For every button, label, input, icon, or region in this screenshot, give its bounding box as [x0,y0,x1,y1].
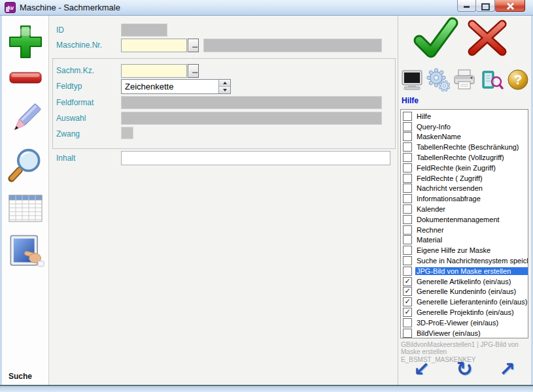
sachm-kz-field[interactable] [121,64,187,78]
help-list-item[interactable]: Nachricht versenden [401,184,528,194]
screen-button[interactable] [400,68,424,93]
spin-up-button[interactable] [219,80,230,86]
app-icon: Av [5,2,16,13]
delete-button[interactable] [7,69,44,86]
arrow-down-left-icon[interactable]: ↙ [413,358,430,380]
checkbox-icon[interactable] [403,225,412,235]
help-list-item[interactable]: TabellenRechte (Vollzugriff) [401,152,528,163]
field-label-zwang: Zwang [56,129,80,139]
checkbox-icon[interactable] [403,246,412,255]
maximize-icon [481,3,490,10]
field-label-sachm-kz: Sachm.Kz. [56,66,94,75]
table-icon [9,193,43,223]
minimize-button[interactable] [457,0,476,12]
checkbox-icon[interactable] [403,132,412,141]
help-list-item[interactable]: ✓Generelle Artikelinfo (ein/aus) [401,276,528,287]
help-list-item-label: Generelle Kundeninfo (ein/aus) [415,287,517,295]
checkbox-checked-icon[interactable]: ✓ [403,287,412,296]
help-list-item[interactable]: ✓Generelle Projektinfo (ein/aus) [401,307,528,318]
checkbox-icon[interactable] [403,215,412,224]
help-list-item[interactable]: TabellenRechte (Beschränkung) [401,142,528,152]
help-list-item-label: Dokumentenmanagement [415,216,501,223]
checkbox-checked-icon[interactable]: ✓ [403,277,412,286]
help-list-item-label: Rechner [415,226,445,234]
feldtyp-spinedit [121,79,231,94]
mask-search-button[interactable] [479,68,504,93]
help-list-item[interactable]: Informationsabfrage [401,193,528,204]
help-list-item[interactable]: ✓Generelle Lieferanteninfo (ein/aus) [401,297,528,307]
help-list-item[interactable]: Eigene Hilfe zur Maske [401,245,528,255]
maximize-button[interactable] [476,0,495,12]
settings-button[interactable] [426,68,450,93]
help-list-item-label: FeldRechte (kein Zugriff) [415,164,497,172]
ok-button[interactable] [411,17,460,61]
checkbox-icon[interactable] [403,204,412,214]
hilfe-header: Hilfe [402,96,419,105]
help-button[interactable]: ? [506,68,530,93]
help-list-item[interactable]: Rechner [401,225,528,235]
checkbox-checked-icon[interactable]: ✓ [403,297,412,306]
nav-arrows: ↙ ↻ ↗ [400,358,528,380]
maschine-name-field [203,39,382,52]
checkbox-icon[interactable] [403,122,412,131]
auswahl-field [121,112,382,125]
field-label-auswahl: Auswahl [56,114,86,123]
help-list-item[interactable]: Dokumentenmanagement [401,214,528,225]
checkbox-icon[interactable] [403,329,412,338]
help-list-item[interactable]: Kalender [401,204,528,214]
maschine-nr-browse-button[interactable]: ... [188,39,199,52]
help-list-item[interactable]: Hilfe [401,111,528,122]
field-label-feldformat: Feldformat [56,98,94,107]
help-list-item-label: Kalender [415,205,447,213]
refresh-icon[interactable]: ↻ [456,358,472,380]
search-button[interactable] [7,145,44,186]
id-field [121,24,167,37]
arrow-up-right-icon[interactable]: ↗ [499,358,515,380]
edit-button[interactable] [7,98,44,140]
help-list-item[interactable]: Material [401,235,528,246]
checkbox-icon[interactable] [403,235,412,244]
help-list-item-label: Suche in Nachrichtensystem speich [415,257,528,265]
help-list-item[interactable]: FeldRechte ( Zugriff) [401,173,528,184]
check-icon [411,17,460,59]
spin-down-button[interactable] [219,86,230,93]
help-list[interactable]: HilfeQuery-InfoMaskenNameTabellenRechte … [400,109,528,338]
maschine-nr-field[interactable] [121,39,187,52]
close-button[interactable] [495,0,525,12]
inhalt-field[interactable] [121,151,390,165]
help-list-item-label: Generelle Artikelinfo (ein/aus) [415,278,512,286]
select-screen-button[interactable] [7,231,44,273]
checkbox-icon[interactable] [403,267,412,276]
checkbox-icon[interactable] [403,184,412,193]
help-list-item[interactable]: MaskenName [401,132,528,142]
help-list-item[interactable]: FeldRechte (kein Zugriff) [401,163,528,173]
grid-button[interactable] [7,193,44,223]
help-list-item[interactable]: 3D-ProE-Viewer (ein/aus) [401,318,528,328]
checkbox-icon[interactable] [403,163,412,172]
checkbox-icon[interactable] [403,194,412,203]
checkbox-icon[interactable] [403,112,412,121]
add-button[interactable] [7,24,44,60]
checkbox-icon[interactable] [403,318,412,327]
help-list-item[interactable]: ✓Generelle Kundeninfo (ein/aus) [401,287,528,297]
print-button[interactable] [452,68,477,93]
checkbox-icon[interactable] [403,174,412,183]
feldtyp-input[interactable] [122,80,218,93]
titlebar: Av Maschine - Sachmerkmale [0,0,533,16]
checkbox-icon[interactable] [403,153,412,162]
help-list-item-label: TabellenRechte (Vollzugriff) [415,154,506,161]
help-list-item[interactable]: JPG-Bild von Maske erstellen [401,266,528,276]
left-toolbar: Suche [2,16,49,386]
help-list-item-label: JPG-Bild von Maske erstellen [415,267,528,275]
help-list-item-label: FeldRechte ( Zugriff) [415,174,484,182]
magnifier-icon [7,145,44,186]
sachm-kz-browse-button[interactable]: ... [188,64,199,78]
help-list-item-label: TabellenRechte (Beschränkung) [415,143,521,151]
checkbox-icon[interactable] [403,256,412,265]
cancel-button[interactable] [464,18,510,59]
checkbox-checked-icon[interactable]: ✓ [403,308,412,317]
help-list-item[interactable]: Query-Info [401,122,528,132]
help-list-item[interactable]: Suche in Nachrichtensystem speich [401,255,528,266]
checkbox-icon[interactable] [403,142,412,152]
help-list-item[interactable]: BildViewer (ein/aus) [401,328,528,338]
